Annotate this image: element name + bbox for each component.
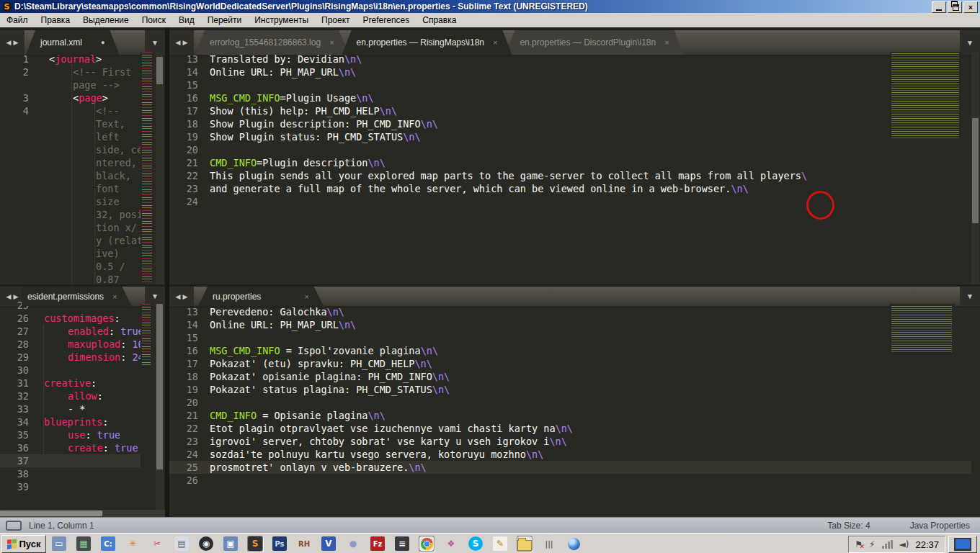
bars-icon[interactable]: ||| bbox=[542, 536, 556, 551]
tab-overflow-icon[interactable]: ▼ bbox=[145, 30, 165, 55]
code-bottom-left[interactable]: 2526customimages:27enabled: true28maxupl… bbox=[0, 304, 165, 517]
volume-icon[interactable]: ◄) bbox=[899, 539, 909, 549]
folder-icon[interactable] bbox=[517, 536, 532, 551]
console-icon[interactable]: C: bbox=[101, 536, 115, 551]
menu-item-проект[interactable]: Проект bbox=[315, 14, 357, 27]
minimap[interactable] bbox=[141, 304, 153, 448]
code-line[interactable]: 20 bbox=[169, 143, 980, 156]
code-line[interactable]: 13Perevedeno: Galochka\n\ bbox=[169, 305, 980, 318]
code-top-right[interactable]: 13Translated by: Devidian\n\14Online URL… bbox=[169, 52, 980, 284]
filezilla-icon[interactable]: Fz bbox=[370, 536, 385, 551]
calculator-icon[interactable]: ▤ bbox=[174, 536, 189, 551]
scrollbar-vertical[interactable] bbox=[156, 304, 164, 510]
chrome-icon[interactable] bbox=[419, 536, 434, 551]
code-line[interactable]: 17Show (this) help: PH_CMD_HELP\n\ bbox=[169, 104, 980, 117]
minimap[interactable] bbox=[890, 52, 962, 284]
minimap[interactable] bbox=[890, 304, 955, 419]
menu-item-правка[interactable]: Правка bbox=[35, 14, 77, 27]
diamond-icon[interactable]: ❖ bbox=[444, 536, 458, 551]
globe-icon[interactable] bbox=[566, 536, 581, 551]
code-line[interactable]: 26 bbox=[169, 474, 980, 487]
minimap[interactable] bbox=[141, 52, 155, 284]
code-line[interactable]: 24sozdai'te polnuyu kartu vsego servera,… bbox=[169, 448, 980, 461]
code-line[interactable]: 22Etot plagin otpravlyaet vse izuchennye… bbox=[169, 422, 980, 435]
spider-icon[interactable]: ✳ bbox=[125, 536, 140, 551]
code-line[interactable]: 14Online URL: PH_MAP_URL\n\ bbox=[169, 318, 980, 331]
code-line[interactable]: 39 bbox=[0, 480, 165, 493]
photoshop-icon[interactable]: Ps bbox=[272, 536, 287, 551]
tab-nav-right-icon[interactable]: ▶ bbox=[183, 293, 188, 300]
close-button[interactable]: × bbox=[963, 1, 978, 13]
code-line[interactable]: 18Pokazat' opisanie plagina: PH_CMD_INFO… bbox=[169, 370, 980, 383]
vintage-mode-icon[interactable] bbox=[6, 521, 22, 531]
tab-en-properties-risingmaps[interactable]: en.properties — RisingMaps\i18n × bbox=[342, 30, 512, 55]
sublime-text-icon[interactable]: S bbox=[248, 536, 262, 551]
code-line[interactable]: 14Online URL: PH_MAP_URL\n\ bbox=[169, 66, 980, 78]
tab-size-indicator[interactable]: Tab Size: 4 bbox=[827, 521, 870, 531]
tab-resident-permissions[interactable]: esident.permissions × bbox=[22, 287, 132, 306]
code-line[interactable]: 16MSG_CMD_INFO=Plugin Usage\n\ bbox=[169, 91, 980, 104]
tab-nav-left-icon[interactable]: ◀ bbox=[6, 39, 12, 46]
window-icon[interactable]: ▣ bbox=[223, 536, 238, 551]
scrollbar-vertical[interactable] bbox=[971, 52, 979, 284]
action-center-flag-icon[interactable]: ⚑✕ bbox=[855, 539, 863, 549]
code-line[interactable]: 20 bbox=[169, 396, 980, 409]
steam-icon[interactable]: ◉ bbox=[199, 536, 213, 551]
code-line[interactable]: 17Pokazat' (etu) spravku: PH_CMD_HELP\n\ bbox=[169, 357, 980, 370]
code-bottom-right[interactable]: 13Perevedeno: Galochka\n\14Online URL: P… bbox=[169, 304, 980, 517]
remote-desktop-icon[interactable]: ▦ bbox=[76, 536, 91, 551]
skype-icon[interactable]: S bbox=[468, 536, 483, 551]
show-desktop-button[interactable] bbox=[948, 536, 977, 553]
close-tab-icon[interactable]: × bbox=[493, 38, 497, 47]
start-button[interactable]: Пуск bbox=[1, 535, 46, 553]
database-icon[interactable]: ≡ bbox=[395, 536, 409, 551]
code-line[interactable]: 24 bbox=[169, 195, 980, 208]
window-titlebar[interactable]: S D:\SteamLibrary\steamapps\common\Risin… bbox=[0, 0, 980, 13]
menu-item-поиск[interactable]: Поиск bbox=[135, 14, 172, 27]
code-line[interactable]: 38 bbox=[0, 467, 165, 480]
tab-overflow-icon[interactable]: ▼ bbox=[960, 287, 980, 306]
minimize-button[interactable] bbox=[932, 1, 946, 13]
vim-icon[interactable]: V bbox=[321, 536, 336, 551]
robohelp-icon[interactable]: RH bbox=[297, 536, 311, 551]
tab-errorlog[interactable]: errorlog_1554681286863.log × bbox=[195, 30, 349, 55]
code-line[interactable]: 16MSG_CMD_INFO = Ispol'zovanie plagina\n… bbox=[169, 344, 980, 357]
code-top-left[interactable]: 1<journal>2<!-- Firstpage -->3<page>4<!-… bbox=[0, 52, 165, 284]
code-line[interactable]: 37 bbox=[0, 454, 165, 467]
tab-nav-left-icon[interactable]: ◀ bbox=[176, 39, 181, 46]
menu-item-вид[interactable]: Вид bbox=[172, 14, 201, 27]
restore-button[interactable] bbox=[948, 1, 962, 13]
tab-en-properties-discordplugin[interactable]: en.properties — DiscordPlugin\i18n × bbox=[505, 30, 683, 55]
close-tab-icon[interactable]: × bbox=[329, 38, 334, 47]
menu-item-выделение[interactable]: Выделение bbox=[76, 14, 135, 27]
tab-nav-right-icon[interactable]: ▶ bbox=[183, 39, 188, 46]
tab-overflow-icon[interactable]: ▼ bbox=[960, 30, 980, 55]
menu-item-preferences[interactable]: Preferences bbox=[357, 14, 416, 27]
code-line[interactable]: 15 bbox=[169, 331, 980, 344]
tab-ru-properties[interactable]: ru.properties × bbox=[198, 287, 324, 306]
syntax-indicator[interactable]: Java Properties bbox=[910, 521, 970, 531]
code-line[interactable]: 15 bbox=[169, 78, 980, 91]
media-window-icon[interactable]: ▭ bbox=[52, 536, 66, 551]
code-line[interactable]: 23and generate a full map of the whole s… bbox=[169, 182, 980, 195]
tab-nav-right-icon[interactable]: ▶ bbox=[14, 39, 19, 46]
menu-item-файл[interactable]: Файл bbox=[0, 14, 35, 27]
close-tab-icon[interactable]: × bbox=[664, 38, 669, 47]
code-line[interactable]: 21CMD_INFO=Plugin description\n\ bbox=[169, 156, 980, 169]
netcut-icon[interactable]: ✂ bbox=[150, 536, 164, 551]
discord-icon[interactable]: ● bbox=[346, 536, 360, 551]
network-signal-icon[interactable] bbox=[882, 540, 893, 549]
code-line[interactable]: 19Show Plugin status: PH_CMD_STATUS\n\ bbox=[169, 130, 980, 143]
power-plug-icon[interactable]: ⚡ bbox=[869, 539, 875, 549]
close-tab-icon[interactable]: × bbox=[112, 292, 117, 301]
code-line[interactable]: 23igrovoi' server, chtoby sobrat' vse ka… bbox=[169, 435, 980, 448]
code-line[interactable]: 25prosmotret' onlayn v veb-brauzere.\n\ bbox=[169, 461, 980, 474]
scrollbar-vertical[interactable] bbox=[156, 52, 164, 284]
menu-item-справка[interactable]: Справка bbox=[416, 14, 463, 27]
close-tab-icon[interactable]: × bbox=[304, 292, 308, 301]
tab-nav-left-icon[interactable]: ◀ bbox=[176, 293, 181, 300]
scrollbar-horizontal[interactable] bbox=[0, 510, 165, 517]
code-line[interactable]: 22This plugin sends all your explored ma… bbox=[169, 169, 980, 182]
tab-journal-xml[interactable]: journal.xml ● bbox=[26, 30, 119, 55]
code-line[interactable]: 21CMD_INFO = Opisanie plagina\n\ bbox=[169, 409, 980, 422]
